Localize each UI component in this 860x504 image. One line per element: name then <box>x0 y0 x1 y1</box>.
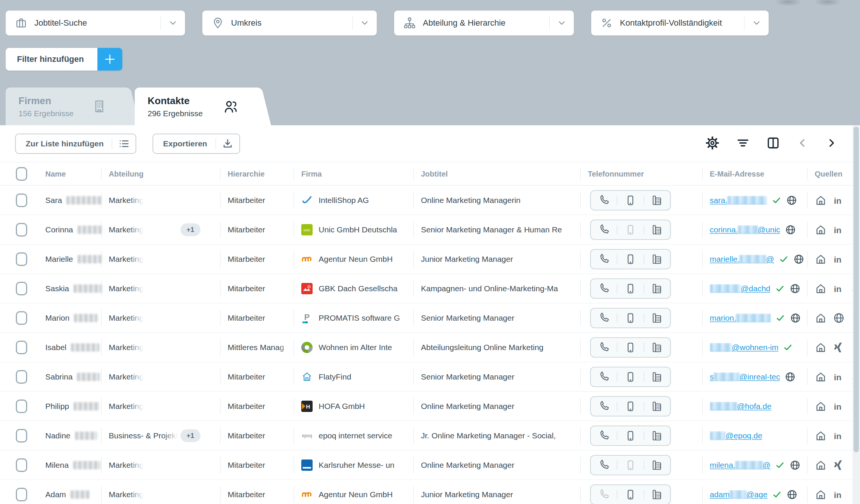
phone-actions[interactable] <box>590 249 671 269</box>
email-globe-icon[interactable] <box>793 254 805 265</box>
row-checkbox[interactable] <box>16 341 27 354</box>
mobile-phone-icon[interactable] <box>625 342 636 353</box>
email-link[interactable]: adam@age <box>710 490 768 499</box>
page-previous-icon[interactable] <box>797 137 809 149</box>
phone-actions[interactable] <box>590 220 671 240</box>
mobile-phone-icon[interactable] <box>625 430 636 441</box>
phone-actions[interactable] <box>590 455 671 475</box>
landline-phone-icon[interactable] <box>598 254 610 265</box>
phone-actions[interactable] <box>590 396 671 416</box>
company-name[interactable]: Agentur Neun GmbH <box>319 490 411 499</box>
landline-phone-icon[interactable] <box>598 430 610 441</box>
filter-pill-jobtitle[interactable]: Jobtitel-Suche <box>6 11 185 35</box>
email-link[interactable]: @epoq.de <box>710 431 762 440</box>
email-link[interactable]: marion. <box>710 313 771 323</box>
email-globe-icon[interactable] <box>785 224 796 235</box>
company-name[interactable]: Karlsruher Messe- un <box>319 461 411 470</box>
scrollbar-thumb[interactable] <box>854 127 859 452</box>
column-header-company[interactable]: Firma <box>301 162 411 186</box>
mobile-phone-icon[interactable] <box>625 459 636 471</box>
company-name[interactable]: FlatyFind <box>319 372 411 381</box>
phone-actions[interactable] <box>590 337 671 358</box>
mobile-phone-icon[interactable] <box>625 489 636 500</box>
email-globe-icon[interactable] <box>784 371 796 383</box>
column-header-email[interactable]: E-Mail-Adresse <box>710 162 805 186</box>
email-globe-icon[interactable] <box>786 195 797 206</box>
row-checkbox[interactable] <box>16 429 27 443</box>
phone-actions[interactable] <box>590 367 671 387</box>
company-name[interactable]: Agentur Neun GmbH <box>319 255 411 264</box>
phone-actions[interactable] <box>590 426 671 446</box>
mobile-phone-icon[interactable] <box>625 254 636 265</box>
column-header-name[interactable]: Name <box>45 162 102 186</box>
add-filter-button[interactable]: Filter hinzufügen <box>6 48 122 71</box>
company-name[interactable]: HOFA GmbH <box>319 402 411 411</box>
fax-icon[interactable] <box>651 401 663 412</box>
fax-icon[interactable] <box>651 254 663 265</box>
column-header-phone[interactable]: Telefonnummer <box>588 162 701 186</box>
company-name[interactable]: PROMATIS software G <box>319 313 411 323</box>
chevron-down-icon[interactable] <box>161 18 185 28</box>
mobile-phone-icon[interactable] <box>625 195 636 206</box>
row-checkbox[interactable] <box>16 370 27 384</box>
row-checkbox[interactable] <box>16 252 27 266</box>
fax-icon[interactable] <box>651 430 663 441</box>
email-link[interactable]: corinna.@unic <box>710 225 780 234</box>
landline-phone-icon[interactable] <box>598 195 610 206</box>
chevron-down-icon[interactable] <box>353 18 377 28</box>
email-link[interactable]: @dachd <box>710 284 771 293</box>
landline-phone-icon[interactable] <box>598 342 610 353</box>
row-checkbox[interactable] <box>16 458 27 472</box>
email-link[interactable]: @wohnen-im <box>710 343 778 352</box>
settings-gear-icon[interactable] <box>705 136 720 150</box>
company-name[interactable]: GBK Dach Gesellscha <box>319 284 411 293</box>
column-header-department[interactable]: Abteilung <box>109 162 218 186</box>
landline-phone-icon[interactable] <box>598 283 610 294</box>
landline-phone-icon[interactable] <box>598 312 610 324</box>
column-header-jobtitle[interactable]: Jobtitel <box>421 162 578 186</box>
email-globe-icon[interactable] <box>786 489 798 500</box>
chevron-down-icon[interactable] <box>744 18 769 28</box>
phone-actions[interactable] <box>590 190 671 211</box>
fax-icon[interactable] <box>651 489 663 500</box>
phone-actions[interactable] <box>590 278 671 299</box>
phone-actions[interactable] <box>590 308 671 328</box>
fax-icon[interactable] <box>651 283 663 294</box>
vertical-scrollbar[interactable] <box>852 125 860 504</box>
fax-icon[interactable] <box>651 342 663 353</box>
email-link[interactable]: marielle.@ <box>710 255 774 264</box>
tab-firmen[interactable]: Firmen 156 Ergebnisse <box>6 88 131 125</box>
fax-icon[interactable] <box>651 371 663 383</box>
row-checkbox[interactable] <box>16 282 27 295</box>
chevron-down-icon[interactable] <box>550 18 574 28</box>
mobile-phone-icon[interactable] <box>625 371 636 383</box>
landline-phone-icon[interactable] <box>598 371 610 383</box>
page-next-icon[interactable] <box>825 137 837 149</box>
export-button[interactable]: Exportieren <box>153 134 240 154</box>
filter-pill-department-hierarchy[interactable]: Abteilung & Hierarchie <box>394 11 574 35</box>
row-checkbox[interactable] <box>16 488 27 501</box>
fax-icon[interactable] <box>651 224 663 235</box>
add-to-list-button[interactable]: Zur Liste hinzufügen <box>15 134 136 154</box>
email-link[interactable]: sara. <box>710 196 767 205</box>
split-columns-icon[interactable] <box>766 136 780 150</box>
landline-phone-icon[interactable] <box>598 224 610 235</box>
company-name[interactable]: Unic GmbH Deutschla <box>319 225 411 234</box>
fax-icon[interactable] <box>651 312 663 324</box>
landline-phone-icon[interactable] <box>598 489 610 500</box>
row-checkbox[interactable] <box>16 400 27 413</box>
row-checkbox[interactable] <box>16 194 27 207</box>
filter-pill-profile-completeness[interactable]: Kontaktprofil-Vollständigkeit <box>591 11 769 35</box>
email-globe-icon[interactable] <box>789 283 801 294</box>
mobile-phone-icon[interactable] <box>625 283 636 294</box>
fax-icon[interactable] <box>651 195 663 206</box>
filter-lines-icon[interactable] <box>736 136 750 150</box>
tab-kontakte[interactable]: Kontakte 296 Ergebnisse <box>135 88 262 125</box>
row-checkbox[interactable] <box>16 311 27 325</box>
email-link[interactable]: s@inreal-tec <box>710 372 780 381</box>
company-name[interactable]: epoq internet service <box>319 431 411 440</box>
landline-phone-icon[interactable] <box>598 401 610 412</box>
filter-pill-radius[interactable]: Umkreis <box>202 11 377 35</box>
phone-actions[interactable] <box>590 484 671 504</box>
column-header-hierarchy[interactable]: Hierarchie <box>228 162 293 186</box>
